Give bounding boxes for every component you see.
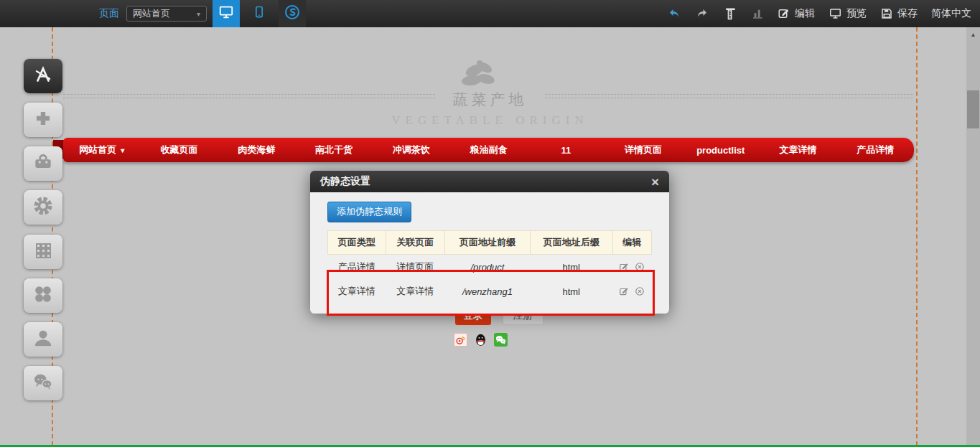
top-toolbar: 页面 网站首页 ▾ xyxy=(0,0,980,27)
cell-linked-page: 文章详情 xyxy=(386,279,445,304)
cell-url-prefix: /wenzhang1 xyxy=(445,279,531,304)
save-floppy-icon xyxy=(880,7,893,20)
row-edit-button[interactable] xyxy=(619,262,629,272)
clover-icon xyxy=(32,283,54,308)
modal-body: 添加伪静态规则 页面类型 关联页面 页面地址前缀 页面地址后缀 编辑 产品详情 … xyxy=(310,192,669,314)
site-builder-app: 页面 网站首页 ▾ xyxy=(0,0,980,447)
cell-url-prefix: /product xyxy=(445,255,531,280)
preview-monitor-icon xyxy=(829,7,842,20)
bar-chart-icon xyxy=(751,7,764,20)
edit-label: 编辑 xyxy=(795,7,815,20)
site-navbar: 网站首页▾ 收藏页面 肉类海鲜 南北干货 冲调茶饮 粮油副食 11 详情页面 p… xyxy=(63,138,914,162)
nav-item-favorite-pages[interactable]: 收藏页面 xyxy=(141,143,218,156)
ruler-icon xyxy=(723,6,737,21)
redo-icon xyxy=(695,7,709,20)
row-edit-button[interactable] xyxy=(619,286,629,296)
sidebar-item-design[interactable] xyxy=(24,59,62,93)
miniprogram-view-button[interactable] xyxy=(279,0,306,27)
gear-icon xyxy=(32,194,55,220)
modal-header: 伪静态设置 × xyxy=(310,171,669,192)
col-url-prefix: 页面地址前缀 xyxy=(445,231,531,255)
pseudo-static-modal: 伪静态设置 × 添加伪静态规则 页面类型 关联页面 页面地址前缀 页面地址后缀 … xyxy=(310,171,669,314)
row-delete-button[interactable] xyxy=(635,262,645,272)
undo-button[interactable] xyxy=(667,7,681,20)
redo-button[interactable] xyxy=(695,7,709,20)
miniprogram-icon xyxy=(284,4,301,24)
sidebar-item-components[interactable] xyxy=(24,278,62,313)
page-label: 页面 xyxy=(99,7,119,20)
nav-item-11[interactable]: 11 xyxy=(527,145,605,156)
sidebar-item-settings[interactable] xyxy=(24,190,62,225)
language-button[interactable]: 简体中文 xyxy=(931,7,971,20)
scroll-up-arrow[interactable]: ▲ xyxy=(966,27,980,38)
chat-bubbles-icon xyxy=(32,370,55,396)
nav-item-site-home[interactable]: 网站首页▾ xyxy=(63,143,141,156)
nav-item-dry-goods[interactable]: 南北干货 xyxy=(295,143,373,156)
mobile-view-button[interactable] xyxy=(246,0,273,27)
sidebar-item-chat[interactable] xyxy=(24,366,62,400)
col-edit: 编辑 xyxy=(612,231,651,255)
cell-url-suffix: html xyxy=(530,279,612,304)
ruler-button[interactable] xyxy=(723,6,737,21)
page-select-value: 网站首页 xyxy=(133,7,170,20)
cell-url-suffix: html xyxy=(530,255,612,280)
add-rule-button[interactable]: 添加伪静态规则 xyxy=(327,202,411,222)
save-label: 保存 xyxy=(897,7,918,20)
edit-button[interactable]: 编辑 xyxy=(778,7,815,20)
cell-page-type: 产品详情 xyxy=(328,255,386,280)
wechat-icon[interactable] xyxy=(494,333,508,347)
cell-page-type: 文章详情 xyxy=(328,279,386,304)
monitor-icon xyxy=(218,4,234,23)
table-header-row: 页面类型 关联页面 页面地址前缀 页面地址后缀 编辑 xyxy=(328,231,652,255)
nav-item-meat-seafood[interactable]: 肉类海鲜 xyxy=(218,143,295,156)
rules-table: 页面类型 关联页面 页面地址前缀 页面地址后缀 编辑 产品详情 详情页面 /pr… xyxy=(327,230,652,304)
nav-item-grain-oil[interactable]: 粮油副食 xyxy=(450,143,528,156)
col-url-suffix: 页面地址后缀 xyxy=(530,231,612,255)
undo-icon xyxy=(667,7,681,20)
app-store-icon xyxy=(32,63,55,89)
table-row: 文章详情 文章详情 /wenzhang1 html xyxy=(328,279,652,304)
col-linked-page: 关联页面 xyxy=(386,231,445,255)
nav-item-beverages[interactable]: 冲调茶饮 xyxy=(373,143,450,156)
page-select-dropdown[interactable]: 网站首页 ▾ xyxy=(126,6,207,22)
vertical-scrollbar[interactable]: ▲ xyxy=(966,27,980,445)
site-title: 蔬菜产地 xyxy=(436,90,545,110)
sidebar-item-toolbox[interactable] xyxy=(24,146,62,181)
sidebar-item-modules[interactable] xyxy=(24,235,62,269)
toolbox-icon xyxy=(32,151,55,177)
scrollbar-thumb[interactable] xyxy=(967,90,979,128)
nav-item-article-detail[interactable]: 文章详情 xyxy=(760,143,837,156)
col-page-type: 页面类型 xyxy=(328,231,386,255)
edit-pencil-icon xyxy=(778,7,790,20)
user-icon xyxy=(32,326,55,352)
qq-icon[interactable] xyxy=(474,333,487,347)
row-delete-button[interactable] xyxy=(635,286,645,296)
preview-button[interactable]: 预览 xyxy=(829,7,867,20)
desktop-view-button[interactable] xyxy=(213,0,240,27)
logo-title-row: 蔬菜产地 xyxy=(0,90,980,110)
sidebar-item-user[interactable] xyxy=(24,322,62,357)
preview-label: 预览 xyxy=(846,7,867,20)
nav-item-detail-page[interactable]: 详情页面 xyxy=(605,143,682,156)
grid-icon xyxy=(32,240,54,264)
cell-linked-page: 详情页面 xyxy=(386,255,445,280)
language-label: 简体中文 xyxy=(931,7,971,20)
nav-item-productlist[interactable]: productlist xyxy=(682,145,760,156)
site-subtitle: VEGETABLE ORIGIN xyxy=(0,113,980,128)
nav-item-product-detail[interactable]: 产品详情 xyxy=(836,143,914,156)
phone-icon xyxy=(252,4,266,23)
chevron-down-icon: ▾ xyxy=(197,10,200,18)
sidebar-item-add[interactable] xyxy=(24,103,62,137)
close-icon[interactable]: × xyxy=(651,175,659,189)
weibo-icon[interactable] xyxy=(454,333,467,347)
table-row: 产品详情 详情页面 /product html xyxy=(328,255,652,280)
save-button[interactable]: 保存 xyxy=(880,7,918,20)
chevron-down-icon: ▾ xyxy=(121,146,124,154)
stats-button[interactable] xyxy=(751,7,764,20)
plus-icon xyxy=(32,107,55,133)
toolbar-right-group: 编辑 预览 保存 简体中文 xyxy=(667,0,971,27)
modal-title: 伪静态设置 xyxy=(320,175,370,188)
toolbar-left-group: 页面 网站首页 ▾ xyxy=(99,0,306,27)
